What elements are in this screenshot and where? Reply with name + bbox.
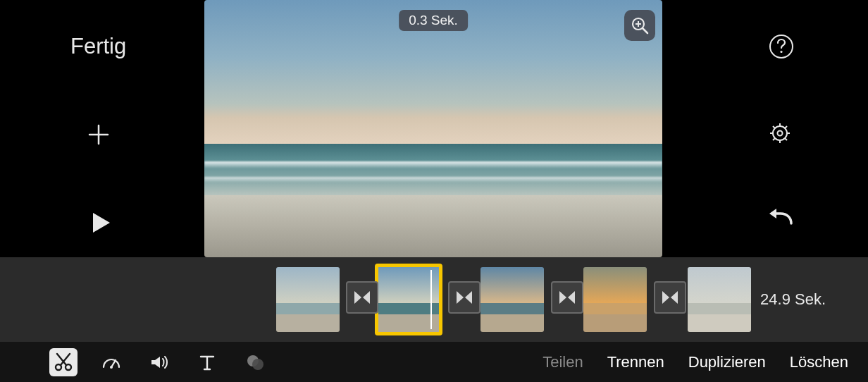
done-button[interactable]: Fertig xyxy=(70,34,126,59)
speaker-icon xyxy=(149,352,170,373)
magnify-plus-icon xyxy=(631,16,649,35)
add-media-button[interactable] xyxy=(87,123,110,149)
bottom-toolbar: TeilenTrennenDuplizierenLöschen xyxy=(0,342,868,382)
detach-action[interactable]: Trennen xyxy=(607,353,664,371)
timeline-clip[interactable] xyxy=(688,267,751,332)
overlap-circles-icon xyxy=(244,352,266,373)
play-button[interactable] xyxy=(87,210,113,238)
transition-icon xyxy=(454,288,474,307)
delete-action[interactable]: Löschen xyxy=(790,353,848,371)
transition-button[interactable] xyxy=(654,281,686,314)
speedometer-icon xyxy=(101,352,122,373)
scissors-icon xyxy=(53,352,74,373)
transition-button[interactable] xyxy=(346,281,378,314)
remaining-duration-label: 24.9 Sek. xyxy=(760,290,826,309)
undo-button[interactable] xyxy=(766,208,794,232)
play-icon xyxy=(87,210,113,235)
svg-point-4 xyxy=(778,131,783,136)
timeline-clip[interactable] xyxy=(583,267,647,332)
plus-icon xyxy=(87,123,110,146)
split-action: Teilen xyxy=(542,353,583,371)
gear-icon xyxy=(768,121,792,145)
clip-duration-badge: 0.3 Sek. xyxy=(399,10,468,31)
cut-tool-button[interactable] xyxy=(49,348,78,376)
question-circle-icon xyxy=(769,34,794,59)
transition-icon xyxy=(660,288,680,307)
timeline-clip[interactable] xyxy=(375,264,442,335)
transition-icon xyxy=(352,288,372,307)
undo-icon xyxy=(766,208,794,229)
filters-tool-button[interactable] xyxy=(241,348,269,376)
transition-icon xyxy=(557,288,577,307)
svg-point-2 xyxy=(780,51,782,53)
transition-button[interactable] xyxy=(448,281,480,314)
svg-point-9 xyxy=(252,359,264,370)
titles-tool-button[interactable] xyxy=(193,348,221,376)
svg-point-3 xyxy=(773,126,787,140)
timeline-clip[interactable] xyxy=(480,267,544,332)
settings-button[interactable] xyxy=(768,121,792,148)
duplicate-action[interactable]: Duplizieren xyxy=(688,353,766,371)
volume-tool-button[interactable] xyxy=(145,348,173,376)
svg-point-7 xyxy=(110,366,113,369)
help-button[interactable] xyxy=(769,34,794,62)
text-icon xyxy=(197,352,218,373)
timeline[interactable]: 24.9 Sek. xyxy=(0,257,868,342)
zoom-button[interactable] xyxy=(624,10,655,41)
speed-tool-button[interactable] xyxy=(97,348,125,376)
video-preview[interactable]: 0.3 Sek. xyxy=(204,0,662,257)
timeline-clip[interactable] xyxy=(276,267,340,332)
transition-button[interactable] xyxy=(551,281,583,314)
